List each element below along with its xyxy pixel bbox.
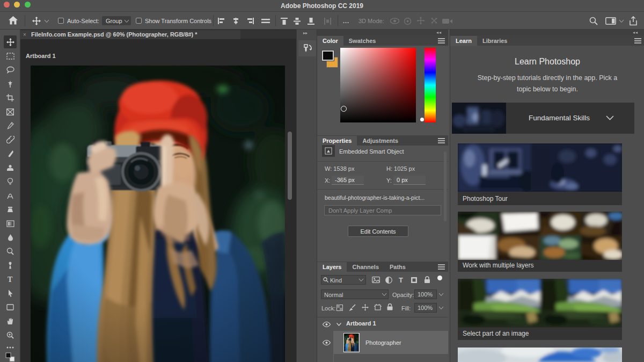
svg-text:T: T xyxy=(8,276,13,284)
